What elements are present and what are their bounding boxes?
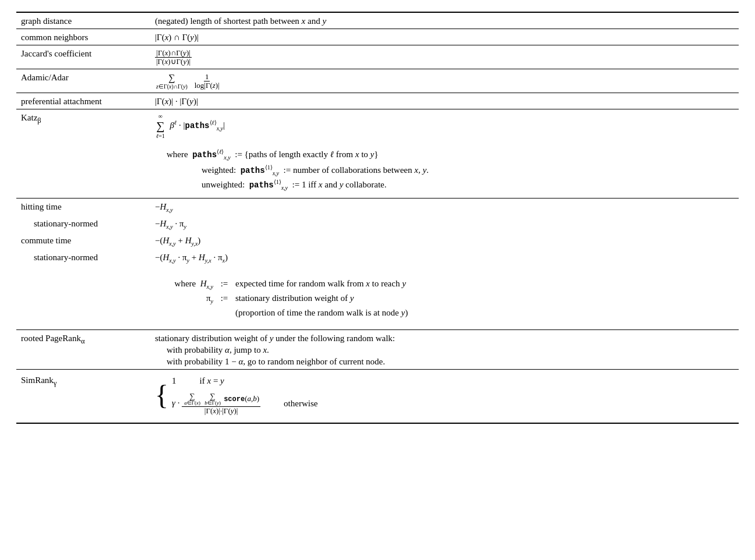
table-row: where Hx,y := expected time for random w… (16, 266, 739, 330)
row-formula: −(Hx,y · πy + Hy,x · πx) (150, 249, 739, 266)
table-row: commute time −(Hx,y + Hy,x) (16, 232, 739, 249)
row-formula: −Hx,y (150, 198, 739, 215)
row-label (16, 266, 150, 330)
main-container: graph distance (negated) length of short… (16, 12, 739, 424)
row-label: Katzβ (16, 109, 150, 198)
row-label: commute time (16, 232, 150, 249)
row-label: Adamic/Adar (16, 69, 150, 93)
row-label: preferential attachment (16, 93, 150, 109)
row-label: common neighbors (16, 29, 150, 45)
row-label: Jaccard's coefficient (16, 45, 150, 69)
row-label: stationary-normed (16, 249, 150, 266)
row-label: graph distance (16, 12, 150, 29)
row-formula: |Γ(x) ∩ Γ(y)| (150, 29, 739, 45)
row-formula: { 1 if x = y γ · (150, 369, 739, 423)
table-row: SimRankγ { 1 if x = y γ · (16, 369, 739, 423)
row-formula: where Hx,y := expected time for random w… (150, 266, 739, 330)
row-formula: (negated) length of shortest path betwee… (150, 12, 739, 29)
row-formula: −Hx,y · πy (150, 215, 739, 232)
table-row: graph distance (negated) length of short… (16, 12, 739, 29)
row-label: hitting time (16, 198, 150, 215)
table-row: stationary-normed −(Hx,y · πy + Hy,x · π… (16, 249, 739, 266)
table-row: hitting time −Hx,y (16, 198, 739, 215)
row-label: rooted PageRankα (16, 329, 150, 369)
row-formula: −(Hx,y + Hy,x) (150, 232, 739, 249)
row-formula: ∞ ∑ ℓ=1 βℓ · |paths⟨ℓ⟩x,y| where paths⟨ℓ… (150, 109, 739, 198)
table-row: common neighbors |Γ(x) ∩ Γ(y)| (16, 29, 739, 45)
row-label: stationary-normed (16, 215, 150, 232)
row-formula: |Γ(x)| · |Γ(y)| (150, 93, 739, 109)
row-formula: ∑ z∈Γ(x)∩Γ(y) 1 log|Γ(z)| (150, 69, 739, 93)
row-formula: |Γ(x)∩Γ(y)| |Γ(x)∪Γ(y)| (150, 45, 739, 69)
table-row: Adamic/Adar ∑ z∈Γ(x)∩Γ(y) 1 log|Γ(z)| (16, 69, 739, 93)
table-row: Jaccard's coefficient |Γ(x)∩Γ(y)| |Γ(x)∪… (16, 45, 739, 69)
table-row: rooted PageRankα stationary distribution… (16, 329, 739, 369)
reference-table: graph distance (negated) length of short… (16, 12, 739, 424)
row-formula: stationary distribution weight of y unde… (150, 329, 739, 369)
table-row: Katzβ ∞ ∑ ℓ=1 βℓ · |paths⟨ℓ⟩x,y| where p… (16, 109, 739, 198)
table-row: stationary-normed −Hx,y · πy (16, 215, 739, 232)
table-row: preferential attachment |Γ(x)| · |Γ(y)| (16, 93, 739, 109)
row-label: SimRankγ (16, 369, 150, 423)
